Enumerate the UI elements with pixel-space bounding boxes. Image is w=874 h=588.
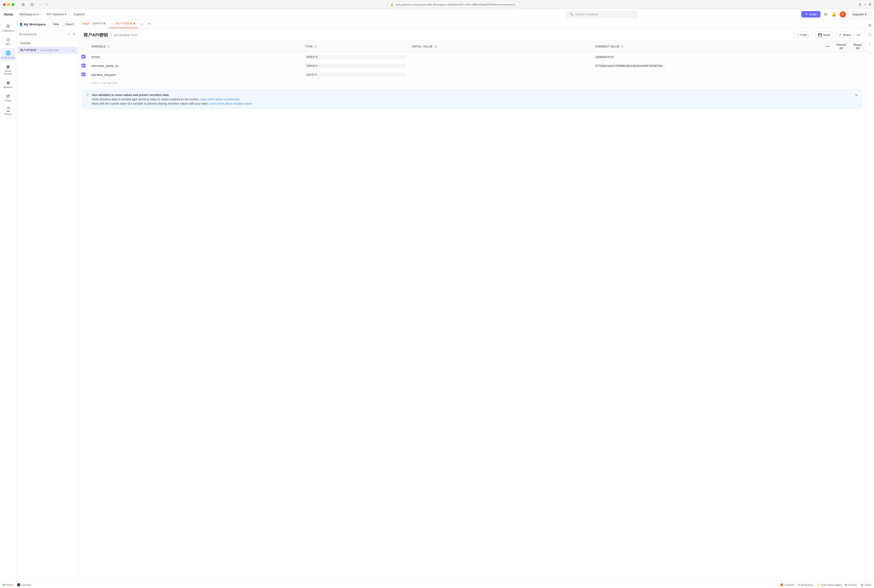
- row2-initial-cell[interactable]: [409, 62, 592, 70]
- tab-jsapi[interactable]: POST JSAPI下单: [79, 20, 109, 28]
- persist-all-button[interactable]: Persist All: [835, 43, 847, 50]
- upgrade-button[interactable]: Upgrade ▾: [849, 11, 870, 18]
- forward-arrow[interactable]: ›: [45, 2, 49, 7]
- sidebar-item-apis[interactable]: ◎ APIs: [1, 35, 15, 48]
- row1-type-select[interactable]: default ▾: [305, 54, 406, 59]
- sidebar-item-monitors[interactable]: ◉ Monitors: [1, 78, 15, 90]
- right-panel-fork-icon[interactable]: ⑂: [867, 50, 873, 57]
- more-tabs-button[interactable]: •••: [146, 22, 152, 26]
- home-link[interactable]: Home: [4, 12, 13, 16]
- workspaces-menu[interactable]: Workspaces ▾: [18, 12, 40, 17]
- tab-env[interactable]: ⊙ 商户API密钥: [109, 20, 138, 28]
- reset-all-button[interactable]: Reset All: [853, 43, 862, 50]
- row2-type-cell[interactable]: default ▾: [302, 62, 409, 70]
- share-icon[interactable]: ⬆: [859, 3, 862, 6]
- fork-button[interactable]: ⑂ Fork 0: [795, 32, 813, 38]
- th-type: TYPE ⓘ: [302, 41, 409, 52]
- sidebar-item-mock-servers[interactable]: ▣ Mock Servers: [1, 62, 15, 77]
- cookies-icon: 🍪: [780, 583, 784, 586]
- learn-variable-type-link[interactable]: Learn more about variable type: [200, 98, 240, 101]
- env-editor: 商户API密钥 ⑂ yet another fork ⑂ Fork 0 💾 Sa…: [79, 28, 865, 581]
- import-button[interactable]: Import: [63, 22, 76, 27]
- console-status[interactable]: ⬛ Console: [17, 583, 31, 586]
- bootcamp-icon: ⊟: [798, 583, 800, 586]
- row2-reset-cell: [850, 62, 865, 70]
- share-button[interactable]: ↗ Share: [836, 32, 854, 38]
- avatar[interactable]: P: [840, 11, 846, 18]
- row1-checkbox[interactable]: [82, 55, 85, 58]
- auto-select-item[interactable]: ⚡ Auto-select agent: [817, 583, 842, 586]
- history-icon: ⌚: [6, 107, 11, 112]
- row3-type-cell[interactable]: secret ▾: [302, 70, 409, 79]
- collections-panel: 👤 My Workspace New Import Environments ＋…: [16, 20, 79, 581]
- fork-icon: ⑂: [37, 48, 40, 52]
- variable-info-icon[interactable]: ⓘ: [107, 45, 110, 48]
- maximize-button[interactable]: [12, 3, 14, 6]
- right-panel-info-icon[interactable]: ⓘ: [867, 31, 873, 39]
- forward-button[interactable]: ⊟: [29, 2, 35, 7]
- online-status[interactable]: Online: [3, 584, 13, 586]
- row1-initial-cell[interactable]: [409, 52, 592, 62]
- row2-persist-cell: [832, 62, 850, 70]
- row3-type-select[interactable]: secret ▾: [305, 72, 406, 77]
- address-bar[interactable]: 🔒 web.postman.co/workspace/My-Workspace-…: [388, 2, 520, 7]
- row2-type-select[interactable]: default ▾: [305, 63, 406, 68]
- minimize-button[interactable]: [7, 3, 10, 6]
- new-tab-icon[interactable]: ＋: [864, 2, 867, 7]
- add-tab-button[interactable]: ＋: [138, 21, 146, 27]
- sidebar-item-environments[interactable]: 🌐 Environments: [1, 48, 15, 61]
- close-button[interactable]: [3, 3, 6, 6]
- globals-item[interactable]: Globals: [17, 40, 78, 46]
- search-icon: 🔍: [570, 12, 573, 16]
- row1-name-cell: mchid: [88, 52, 302, 62]
- add-environment-button[interactable]: ＋: [66, 31, 71, 37]
- table-row: mchid default ▾ 190000XXXX: [79, 52, 865, 62]
- chevron-down-icon: ▾: [315, 73, 317, 76]
- back-arrow[interactable]: ‹: [38, 2, 42, 7]
- settings-icon[interactable]: ⚙: [823, 11, 828, 18]
- tab-modified-dot: [133, 23, 135, 24]
- learn-variable-values-link[interactable]: Learn more about variable values: [209, 102, 252, 105]
- env-more-button[interactable]: •••: [856, 33, 861, 37]
- back-button[interactable]: ⊞: [20, 2, 26, 7]
- api-network-menu[interactable]: API Network ▾: [45, 12, 67, 17]
- filter-button[interactable]: ≡: [72, 31, 76, 37]
- info-banner-text: Use variables to reuse values and protec…: [92, 93, 852, 106]
- flows-icon: ⇄: [6, 93, 10, 99]
- right-panel-code-icon[interactable]: ↕: [868, 41, 873, 48]
- active-env-check-icon: ✓: [72, 48, 75, 52]
- sidebar-item-flows[interactable]: ⇄ Flows: [1, 92, 15, 104]
- right-panel-grid-icon[interactable]: ⊞: [867, 22, 873, 29]
- row3-reset-cell: [850, 70, 865, 79]
- save-button[interactable]: 💾 Save: [815, 32, 834, 38]
- info-banner-close-button[interactable]: ✕: [855, 93, 858, 98]
- table-more-button[interactable]: •••: [826, 44, 830, 49]
- env-list-item[interactable]: 商户API密钥 ⑂ yet another fork ✓: [17, 47, 78, 54]
- invite-button[interactable]: ✦ Invite: [801, 11, 820, 18]
- status-bar: Online ⬛ Console 🍪 Cookies ⊟ Bootcamp ⚡ …: [0, 581, 874, 588]
- explore-link[interactable]: Explore: [72, 12, 86, 17]
- row3-checkbox[interactable]: [82, 72, 85, 76]
- bell-icon[interactable]: 🔔: [831, 11, 837, 18]
- new-button[interactable]: New: [51, 22, 61, 27]
- sidebar: ⊞ Collections ◎ APIs 🌐 Environments ▣ Mo…: [0, 20, 16, 581]
- row1-type-cell[interactable]: default ▾: [302, 52, 409, 62]
- bootcamp-item[interactable]: ⊟ Bootcamp: [798, 583, 813, 586]
- trash-item[interactable]: 🗑 Trash: [861, 583, 871, 586]
- row2-more-cell: [823, 62, 832, 70]
- row2-checkbox[interactable]: [82, 64, 85, 68]
- chevron-down-icon: ▾: [64, 12, 66, 16]
- search-bar[interactable]: 🔍 Search Postman: [566, 11, 638, 18]
- add-variable-input[interactable]: Add a new variable: [91, 81, 118, 85]
- type-info-icon[interactable]: ⓘ: [314, 45, 317, 48]
- sidebar-item-history[interactable]: ⌚ History: [1, 105, 15, 117]
- nav-center: 🔍 Search Postman: [403, 11, 802, 18]
- initial-value-info-icon[interactable]: ⓘ: [434, 45, 437, 48]
- cookies-item[interactable]: 🍪 Cookies: [780, 583, 794, 586]
- tab-active-indicator: ⊙: [112, 22, 114, 25]
- row3-initial-cell[interactable]: [409, 70, 592, 79]
- runner-item[interactable]: ▶ Runner: [846, 583, 857, 586]
- current-value-info-icon[interactable]: ⓘ: [621, 45, 624, 48]
- sidebar-item-collections[interactable]: ⊞ Collections: [1, 22, 15, 34]
- tabs-icon[interactable]: ⧉: [869, 2, 871, 6]
